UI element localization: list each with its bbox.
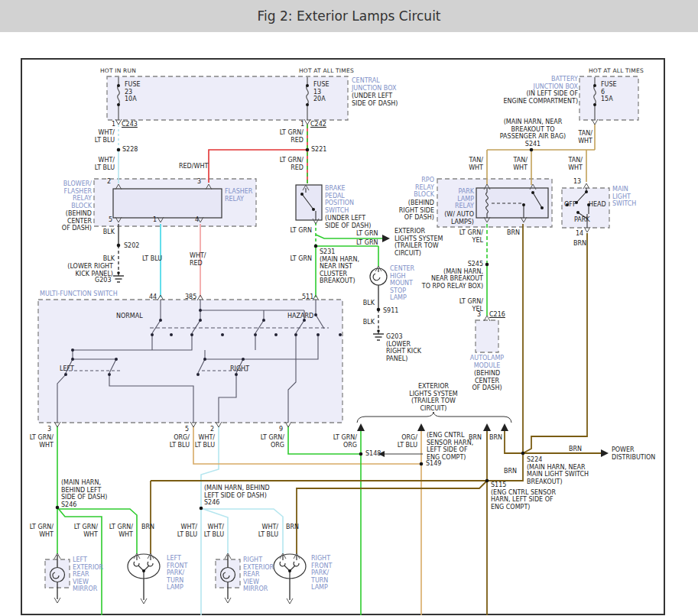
hot-in-run-label: HOT IN RUN bbox=[100, 67, 136, 75]
wire-red-wht: RED/WHT bbox=[179, 163, 208, 170]
wire-ltgrn-wht-3: LT GRN/ WHT bbox=[66, 524, 98, 538]
splice-s241-note: (MAIN HARN, NEAR BREAKOUT TO PASSENGER A… bbox=[500, 118, 566, 148]
splice-s231-note: S231 (MAIN HARN, NEAR INST CLUSTER BREAK… bbox=[320, 248, 359, 285]
mfs-normal-label: NORMAL bbox=[116, 313, 143, 320]
multi-function-switch-label: MULTI-FUNCTION SWITCH bbox=[40, 290, 118, 298]
splice-s246-note-left: (MAIN HARN, BEHIND LEFT SIDE OF DASH) S2… bbox=[61, 479, 107, 508]
pin-4-label: 4 bbox=[195, 216, 199, 224]
ground-g203-label-1: G203 bbox=[95, 277, 111, 284]
pin-44-label: 44 bbox=[149, 293, 157, 301]
wire-brn-2: BRN bbox=[573, 240, 586, 248]
splice-s246-right bbox=[200, 507, 203, 511]
exterior-lights-note-1: EXTERIOR LIGHTS SYSTEM (TRAILER TOW CIRC… bbox=[394, 228, 443, 257]
pin-511-label: 511 bbox=[302, 293, 313, 301]
brake-pedal-switch-location: (UNDER LEFT SIDE OF DASH) bbox=[325, 215, 371, 229]
autolamp-module-box bbox=[476, 320, 498, 352]
pin-5-label: 5 bbox=[109, 216, 112, 224]
pin-13-label: 13 bbox=[573, 178, 581, 186]
exterior-lights-note-2: EXTERIOR LIGHTS SYSTEM (TRAILER TOW CIRC… bbox=[409, 383, 457, 412]
wire-tan-wht-1: TAN/ WHT bbox=[562, 130, 592, 144]
brake-pedal-switch-label: BRAKE PEDAL POSITION SWITCH bbox=[325, 185, 354, 214]
pin-3-bottom-label: 3 bbox=[47, 426, 51, 433]
wiring-diagram-page: Fig 2: Exterior Lamps Circuit bbox=[0, 0, 698, 616]
pin-2-bottom-label: 2 bbox=[210, 426, 214, 433]
wire-ltgrn-yel-1: LT GRN/ YEL bbox=[453, 229, 483, 244]
wire-ltgrn-wht-1: LT GRN/ WHT bbox=[21, 434, 54, 449]
hot-at-all-times-label-2: HOT AT ALL TIMES bbox=[589, 67, 644, 75]
right-front-park-turn-lamp-label: RIGHT FRONT PARK/ TURN LAMP bbox=[311, 555, 332, 592]
wire-lt-grn-1: LT GRN bbox=[281, 227, 312, 235]
splice-s202-label: S202 bbox=[124, 242, 139, 250]
wire-wht-red: WHT/ RED bbox=[190, 252, 206, 267]
wire-tan-wht-4: TAN/ WHT bbox=[552, 157, 583, 171]
wire-brn-7: BRN bbox=[141, 524, 154, 531]
center-high-mount-stop-lamp-label: CENTER HIGH MOUNT STOP LAMP bbox=[390, 265, 414, 302]
splice-s246-left bbox=[56, 506, 60, 510]
splice-s115 bbox=[485, 479, 489, 483]
splice-s911-label: S911 bbox=[383, 307, 398, 315]
pin-3-label: 3 bbox=[197, 178, 201, 186]
splice-s245-note: S245 (MAIN HARN, NEAR BREAKOUT TO RPO RE… bbox=[413, 261, 483, 290]
pin-9-bottom-label: 9 bbox=[279, 426, 283, 433]
splice-s245 bbox=[485, 263, 489, 267]
wire-blk-4: BLK bbox=[358, 319, 375, 326]
central-junction-box-label: CENTRAL JUNCTION BOX bbox=[352, 77, 396, 92]
splice-s221 bbox=[306, 148, 310, 152]
splice-s224-note: S224 (MAIN HARN, NEAR MAIN LIGHT SWITCH … bbox=[527, 456, 589, 485]
splice-s246-note-right: (MAIN HARN, BEHIND LEFT SIDE OF DASH) S2… bbox=[204, 485, 270, 507]
splice-s115-note: S115 (ENG CNTRL SENSOR HARN, LEFT SIDE O… bbox=[491, 481, 556, 511]
park-lamp-relay-note: (W/ AUTO LAMPS) bbox=[437, 211, 474, 225]
fuse-6-label: FUSE 6 15A bbox=[601, 81, 617, 103]
kick-panel-note: (LOWER RIGHT KICK PANEL) bbox=[60, 263, 113, 277]
wire-tan-wht-3: TAN/ WHT bbox=[497, 157, 528, 171]
connector-c242: C242 bbox=[310, 121, 326, 128]
autolamp-module-label: AUTOLAMP MODULE bbox=[470, 355, 504, 369]
wire-ltgrn-org-1: LT GRN/ ORG bbox=[252, 434, 284, 449]
wire-brn-1: BRN bbox=[507, 229, 520, 237]
pin-1-c242: 1 bbox=[300, 121, 304, 128]
wire-org-ltblu-2: ORG/ LT BLU bbox=[385, 434, 417, 449]
wire-blk-3: BLK bbox=[358, 300, 375, 307]
ground-g203-label-2: G203 (LOWER RIGHT KICK PANEL) bbox=[386, 333, 421, 362]
wire-wht-ltblu-6: WHT/ LT BLU bbox=[246, 524, 278, 538]
wire-wht-ltblu-5: WHT/ LT BLU bbox=[192, 524, 224, 538]
splice-s231 bbox=[314, 245, 318, 248]
pin-2-label: 2 bbox=[107, 178, 111, 186]
fuse-13-label: FUSE 13 20A bbox=[313, 81, 330, 103]
central-junction-box bbox=[107, 76, 348, 120]
wire-ltgrn-red-2: LT GRN/ RED bbox=[273, 157, 304, 171]
pin-1-c243: 1 bbox=[112, 121, 115, 128]
wire-wht-ltblu-3: WHT/ LT BLU bbox=[183, 434, 215, 449]
pin-1-label: 1 bbox=[153, 216, 157, 224]
wire-wht-ltblu-1: WHT/ LT BLU bbox=[84, 129, 115, 144]
wire-lt-grn-3: LT GRN bbox=[356, 230, 378, 238]
fuse-23-label: FUSE 23 10A bbox=[125, 81, 141, 103]
splice-s911 bbox=[377, 308, 381, 312]
connector-c243: C243 bbox=[122, 121, 138, 128]
connector-c216: C216 bbox=[489, 311, 505, 319]
wire-lt-blu: LT BLU bbox=[142, 255, 162, 263]
wire-brn-5: BRN bbox=[504, 468, 517, 475]
battery-junction-box-location: (IN LEFT SIDE OF ENGINE COMPARTMENT) bbox=[489, 90, 578, 105]
power-distribution-label: POWER DISTRIBUTION bbox=[612, 446, 655, 461]
wire-brn-4: BRN bbox=[489, 434, 502, 442]
splice-s228-label: S228 bbox=[122, 146, 138, 154]
pin-5-bottom-label: 5 bbox=[185, 426, 189, 433]
splice-s228 bbox=[117, 148, 121, 152]
wire-brn-8: BRN bbox=[286, 524, 299, 531]
pin-14-label: 14 bbox=[576, 230, 583, 238]
pin-385-label: 385 bbox=[185, 293, 196, 301]
ground-g203-dot bbox=[117, 271, 120, 274]
eng-cntrl-note-1: (ENG CNTRL SENSOR HARN, LEFT SIDE OF ENG… bbox=[427, 432, 473, 461]
mls-off-label: OFF bbox=[564, 201, 576, 209]
wire-ltgrn-wht-2: LT GRN/ WHT bbox=[21, 524, 54, 538]
mls-head-label: HEAD bbox=[589, 201, 606, 209]
wire-blk-2: BLK bbox=[98, 255, 115, 263]
rpo-relay-block-location: (BEHIND RIGHT SIDE OF DASH) bbox=[388, 199, 434, 222]
main-light-switch-label: MAIN LIGHT SWITCH bbox=[612, 186, 636, 208]
splice-s202 bbox=[117, 244, 121, 248]
wire-tan-wht-2: TAN/ WHT bbox=[453, 157, 483, 171]
wire-ltgrn-wht-4: LT GRN/ WHT bbox=[101, 524, 133, 538]
wire-wht-ltblu-2: WHT/ LT BLU bbox=[84, 157, 115, 171]
battery-junction-box-label: BATTERY JUNCTION BOX bbox=[517, 76, 578, 90]
